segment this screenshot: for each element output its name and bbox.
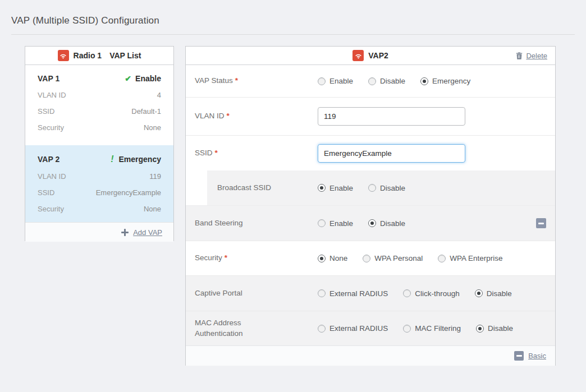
vap-detail-title: VAP2 bbox=[368, 51, 388, 60]
required-asterisk: * bbox=[225, 253, 227, 262]
vlan-id-input[interactable] bbox=[318, 107, 465, 126]
vap-field-vlan: VLAN ID 119 bbox=[38, 172, 161, 181]
broadcast-option-enable[interactable]: Enable bbox=[318, 184, 353, 192]
form-row-mac-authentication: MAC Address Authentication External RADI… bbox=[186, 311, 555, 345]
basic-toggle-link[interactable]: Basic bbox=[528, 352, 546, 360]
page-title: VAP (Multiple SSID) Configuration bbox=[11, 15, 159, 26]
ssid-label: SSID bbox=[195, 149, 213, 157]
radio-icon[interactable] bbox=[318, 219, 326, 227]
wifi-icon bbox=[352, 50, 364, 61]
security-option-wpa-enterprise[interactable]: WPA Enterprise bbox=[438, 254, 502, 262]
ssid-input[interactable] bbox=[318, 144, 465, 163]
form-row-vap-status: VAP Status* Enable Disable Emergency bbox=[186, 65, 555, 97]
required-asterisk: * bbox=[227, 112, 230, 120]
vap-field-security: Security None bbox=[38, 123, 161, 132]
band-steering-option-enable[interactable]: Enable bbox=[318, 219, 353, 228]
form-row-ssid: SSID* bbox=[186, 135, 555, 170]
delete-button[interactable]: Delete bbox=[515, 47, 547, 64]
form-row-captive-portal: Captive Portal External RADIUS Click-thr… bbox=[186, 275, 555, 311]
vap-field-vlan: VLAN ID 4 bbox=[38, 91, 161, 99]
security-option-none[interactable]: None bbox=[318, 254, 347, 262]
exclamation-icon bbox=[111, 154, 115, 164]
delete-label[interactable]: Delete bbox=[526, 52, 547, 60]
radio-icon-selected[interactable] bbox=[318, 255, 326, 262]
vap-list-title: VAP List bbox=[109, 51, 141, 60]
form-row-vlan-id: VLAN ID* bbox=[186, 97, 555, 135]
vap-status-option-emergency[interactable]: Emergency bbox=[420, 77, 470, 85]
vap-list-item-vap1[interactable]: VAP 1 Enable VLAN ID 4 SSID Default-1 Se… bbox=[25, 65, 173, 145]
radio-icon[interactable] bbox=[363, 255, 370, 262]
radio-icon-selected[interactable] bbox=[420, 77, 428, 85]
title-divider bbox=[11, 34, 575, 35]
detail-footer: Basic bbox=[186, 345, 555, 366]
trash-icon bbox=[515, 52, 523, 60]
vap-configuration-page: VAP (Multiple SSID) Configuration Radio … bbox=[0, 0, 586, 392]
radio-icon[interactable] bbox=[368, 77, 376, 85]
security-option-wpa-personal[interactable]: WPA Personal bbox=[363, 254, 423, 262]
vap-field-ssid: SSID Default-1 bbox=[38, 107, 161, 116]
vap-field-ssid: SSID EmergencyExample bbox=[38, 188, 161, 197]
vap-list-item-vap2[interactable]: VAP 2 Emergency VLAN ID 119 SSID Emergen… bbox=[25, 145, 173, 222]
captive-option-disable[interactable]: Disable bbox=[475, 289, 512, 298]
radio-icon-selected[interactable] bbox=[368, 219, 376, 227]
captive-portal-label: Captive Portal bbox=[195, 289, 242, 297]
vap-list-header: Radio 1 VAP List bbox=[25, 47, 173, 65]
band-steering-option-disable[interactable]: Disable bbox=[368, 219, 405, 228]
required-asterisk: * bbox=[215, 149, 218, 157]
form-row-broadcast-ssid: Broadcast SSID Enable Disable bbox=[186, 170, 555, 205]
check-icon bbox=[125, 74, 131, 83]
mac-option-mac-filtering[interactable]: MAC Filtering bbox=[403, 324, 461, 333]
form-row-band-steering: Band Steering Enable Disable bbox=[186, 205, 555, 241]
vap-name: VAP 1 bbox=[38, 74, 59, 83]
radio-icon-selected[interactable] bbox=[476, 325, 484, 333]
radio-icon[interactable] bbox=[403, 325, 411, 333]
broadcast-ssid-label: Broadcast SSID bbox=[217, 183, 271, 192]
captive-option-click-through[interactable]: Click-through bbox=[403, 289, 460, 298]
radio-label: Radio 1 bbox=[74, 51, 102, 60]
add-vap-label[interactable]: Add VAP bbox=[133, 228, 162, 237]
vap-name: VAP 2 bbox=[38, 155, 59, 164]
broadcast-option-disable[interactable]: Disable bbox=[368, 184, 405, 192]
radio-icon-selected[interactable] bbox=[318, 184, 326, 192]
vap-field-security: Security None bbox=[38, 205, 161, 213]
mac-option-disable[interactable]: Disable bbox=[476, 324, 513, 333]
radio-icon-selected[interactable] bbox=[475, 289, 483, 297]
add-vap-button[interactable]: Add VAP bbox=[25, 222, 173, 242]
radio-icon[interactable] bbox=[368, 184, 376, 192]
vap-status-option-disable[interactable]: Disable bbox=[368, 77, 405, 85]
vap-detail-header: VAP2 Delete bbox=[186, 47, 555, 65]
mac-auth-label: MAC Address Authentication bbox=[195, 319, 243, 338]
vap-status-text: Enable bbox=[135, 74, 161, 83]
wifi-icon bbox=[58, 50, 69, 61]
required-asterisk: * bbox=[235, 76, 238, 85]
vap-status-text: Emergency bbox=[119, 155, 161, 164]
captive-option-external-radius[interactable]: External RADIUS bbox=[318, 289, 388, 298]
radio-icon[interactable] bbox=[318, 289, 326, 297]
vap-status-label: VAP Status bbox=[195, 76, 233, 85]
radio-icon[interactable] bbox=[318, 325, 326, 333]
plus-icon bbox=[121, 229, 129, 236]
vap-list-panel: Radio 1 VAP List VAP 1 Enable VLAN ID 4 … bbox=[25, 46, 174, 241]
vap-detail-panel: VAP2 Delete VAP Status* Enable Disa bbox=[185, 46, 556, 366]
vap-status-option-enable[interactable]: Enable bbox=[318, 77, 353, 85]
security-label: Security bbox=[195, 253, 222, 262]
radio-icon[interactable] bbox=[438, 255, 446, 262]
radio-icon[interactable] bbox=[318, 77, 326, 85]
radio-icon[interactable] bbox=[403, 289, 411, 297]
mac-option-external-radius[interactable]: External RADIUS bbox=[318, 324, 388, 333]
vlan-id-label: VLAN ID bbox=[195, 112, 225, 120]
collapse-minus-button[interactable] bbox=[536, 218, 546, 228]
form-row-security: Security* None WPA Personal WPA Enterpri… bbox=[186, 241, 555, 275]
basic-minus-icon[interactable] bbox=[514, 351, 524, 361]
band-steering-label: Band Steering bbox=[195, 219, 243, 227]
